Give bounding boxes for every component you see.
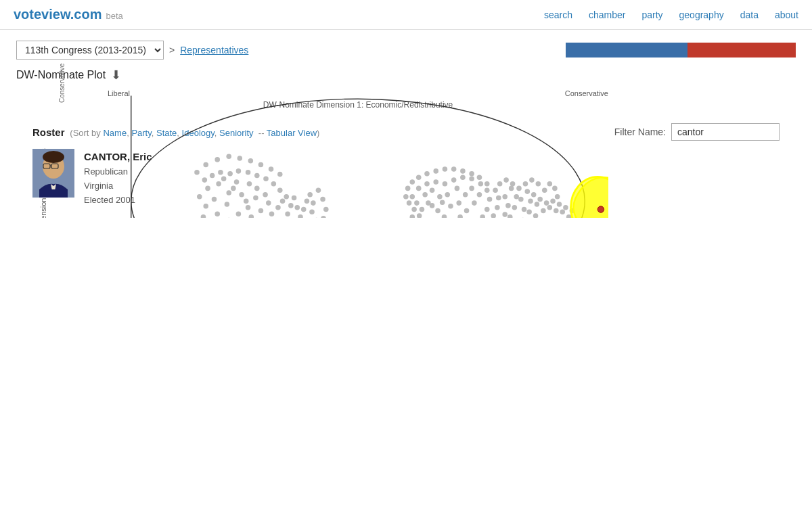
svg-point-54: [271, 181, 277, 187]
svg-point-173: [533, 213, 539, 218]
svg-point-120: [460, 175, 466, 181]
svg-point-58: [236, 168, 242, 174]
svg-point-8: [203, 204, 208, 209]
svg-point-202: [523, 181, 528, 187]
svg-point-169: [526, 210, 532, 215]
svg-point-5: [221, 176, 227, 181]
svg-point-93: [445, 192, 450, 198]
svg-point-3: [226, 190, 231, 196]
logo[interactable]: voteview.com: [14, 7, 102, 22]
svg-point-142: [433, 168, 438, 174]
svg-point-71: [304, 199, 310, 204]
congress-selector[interactable]: 113th Congress (2013-2015) 112th Congres…: [16, 41, 164, 60]
svg-point-119: [451, 177, 457, 183]
svg-point-196: [555, 194, 560, 200]
democrat-bar: [566, 43, 687, 58]
nav-party[interactable]: party: [641, 9, 662, 20]
nav-about[interactable]: about: [775, 9, 798, 20]
svg-point-85: [258, 162, 264, 168]
svg-point-201: [529, 177, 535, 183]
svg-point-16: [236, 211, 242, 216]
filter-input[interactable]: [671, 123, 780, 141]
svg-point-59: [227, 171, 233, 177]
svg-point-209: [43, 151, 64, 163]
nav-search[interactable]: search: [544, 9, 572, 20]
svg-point-181: [560, 210, 565, 215]
svg-point-80: [203, 162, 208, 168]
svg-rect-213: [39, 189, 68, 198]
svg-point-63: [292, 196, 297, 201]
svg-point-87: [277, 172, 283, 177]
svg-point-152: [491, 213, 496, 218]
svg-point-164: [508, 214, 513, 218]
svg-point-75: [314, 218, 319, 218]
svg-point-111: [426, 200, 431, 206]
svg-point-138: [405, 186, 411, 191]
svg-point-168: [528, 199, 533, 204]
svg-point-4: [212, 197, 217, 202]
svg-point-108: [437, 194, 443, 200]
svg-point-112: [420, 207, 425, 212]
svg-point-149: [493, 187, 498, 193]
svg-point-19: [197, 194, 202, 200]
svg-point-31: [269, 211, 275, 216]
svg-point-137: [403, 194, 409, 200]
filter-label: Filter Name:: [614, 127, 666, 137]
svg-point-126: [480, 214, 485, 218]
member-photo: [32, 149, 74, 198]
nav-chamber[interactable]: chamber: [589, 9, 625, 20]
svg-point-18: [253, 196, 258, 201]
svg-point-74: [309, 210, 315, 215]
svg-point-60: [218, 170, 223, 175]
svg-point-86: [269, 166, 274, 172]
svg-point-195: [410, 214, 415, 218]
svg-point-203: [516, 186, 522, 191]
svg-point-140: [416, 175, 422, 181]
svg-point-51: [288, 203, 294, 208]
svg-point-136: [407, 200, 412, 206]
svg-point-94: [455, 186, 460, 191]
svg-point-148: [484, 181, 490, 187]
svg-point-96: [456, 200, 461, 206]
republican-bar: [687, 43, 796, 58]
header: voteview.com beta search chamber party g…: [0, 0, 812, 30]
svg-point-103: [457, 214, 463, 218]
svg-point-33: [280, 199, 286, 204]
beta-label: beta: [106, 11, 122, 21]
svg-point-98: [440, 200, 445, 205]
dw-title-row: DW-Nominate Plot ⬇: [16, 68, 796, 83]
svg-point-62: [202, 177, 208, 183]
svg-point-121: [469, 176, 474, 181]
svg-point-167: [525, 189, 531, 194]
svg-point-1: [205, 186, 210, 191]
svg-point-29: [254, 186, 260, 191]
nav-data[interactable]: data: [740, 9, 759, 20]
congress-left: 113th Congress (2013-2015) 112th Congres…: [16, 41, 248, 60]
nav-geography[interactable]: geography: [679, 9, 724, 20]
svg-point-174: [537, 197, 543, 202]
svg-point-200: [536, 181, 541, 187]
svg-point-101: [472, 200, 477, 206]
svg-point-53: [277, 187, 283, 193]
download-icon[interactable]: ⬇: [111, 68, 121, 83]
chamber-link[interactable]: Representatives: [180, 45, 248, 55]
svg-point-179: [554, 208, 559, 214]
svg-point-7: [239, 192, 244, 198]
svg-point-205: [503, 177, 509, 183]
svg-point-157: [502, 194, 508, 200]
svg-point-161: [509, 186, 514, 191]
svg-point-163: [512, 205, 518, 210]
svg-point-0: [131, 99, 585, 218]
svg-point-110: [422, 192, 428, 198]
svg-point-159: [502, 212, 508, 217]
svg-point-25: [249, 214, 254, 218]
party-bar: [566, 43, 796, 58]
rep-dots: [403, 166, 578, 218]
cantor-dot[interactable]: [597, 206, 604, 212]
svg-point-88: [316, 187, 321, 193]
svg-point-118: [443, 181, 448, 187]
svg-point-89: [320, 197, 325, 202]
svg-point-30: [247, 181, 252, 187]
svg-point-115: [416, 186, 422, 191]
plot-svg: [108, 89, 608, 218]
